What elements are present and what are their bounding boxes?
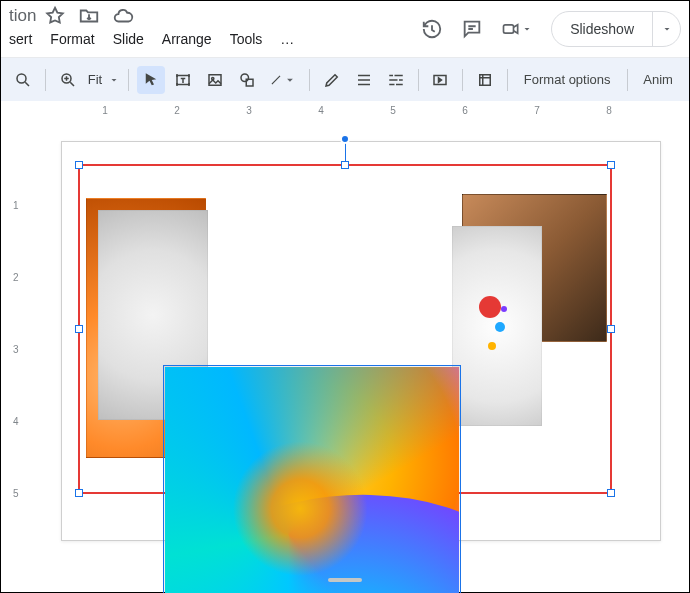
mask-image-tool[interactable] (471, 66, 499, 94)
svg-rect-18 (480, 74, 491, 85)
svg-rect-15 (389, 83, 394, 85)
title-area: tion sert Format Slide Arrange (9, 5, 294, 47)
align-tool[interactable] (350, 66, 378, 94)
svg-rect-12 (394, 74, 402, 76)
format-options-button[interactable]: Format options (516, 72, 619, 87)
slide-image-colorful-swirl[interactable] (164, 366, 460, 593)
ruler-h-tick: 8 (606, 105, 612, 116)
svg-point-1 (17, 74, 26, 83)
slideshow-button-group: Slideshow (551, 11, 681, 47)
animate-button[interactable]: Anim (635, 72, 681, 87)
svg-rect-14 (399, 79, 403, 81)
select-tool[interactable] (137, 66, 165, 94)
title-row: tion (9, 5, 294, 27)
svg-rect-16 (396, 83, 403, 85)
search-menus-button[interactable] (9, 66, 37, 94)
doc-title[interactable]: tion (9, 6, 36, 26)
toolbar: Fit (1, 57, 689, 101)
slideshow-button[interactable]: Slideshow (552, 12, 652, 46)
ruler-v-tick: 2 (13, 272, 19, 283)
version-history-icon[interactable] (421, 18, 443, 40)
resize-handle-bl[interactable] (75, 489, 83, 497)
ruler-v-tick: 4 (13, 416, 19, 427)
ruler-h-tick: 5 (390, 105, 396, 116)
menu-arrange[interactable]: Arrange (162, 31, 212, 47)
slideshow-dropdown[interactable] (652, 12, 680, 46)
svg-rect-11 (389, 74, 393, 76)
menu-slide[interactable]: Slide (113, 31, 144, 47)
pen-tool[interactable] (318, 66, 346, 94)
ruler-h-tick: 1 (102, 105, 108, 116)
svg-point-6 (241, 74, 249, 82)
menu-bar: sert Format Slide Arrange Tools … (9, 29, 294, 47)
svg-rect-0 (504, 25, 514, 33)
move-to-drive-icon[interactable] (78, 5, 100, 27)
zoom-icon (54, 66, 82, 94)
svg-rect-13 (389, 79, 397, 81)
menu-overflow[interactable]: … (280, 31, 294, 47)
ruler-v-tick: 5 (13, 488, 19, 499)
appbar-right: Slideshow (421, 5, 681, 47)
resize-handle-ml[interactable] (75, 325, 83, 333)
ruler-h-tick: 3 (246, 105, 252, 116)
image-tool[interactable] (201, 66, 229, 94)
google-slides-app: tion sert Format Slide Arrange (0, 0, 690, 593)
canvas-area: 1 2 3 4 5 6 7 8 1 2 3 4 5 (1, 101, 689, 592)
menu-format[interactable]: Format (50, 31, 94, 47)
zoom-control[interactable]: Fit (54, 66, 120, 94)
menu-insert[interactable]: sert (9, 31, 32, 47)
textbox-tool[interactable] (169, 66, 197, 94)
shape-tool[interactable] (233, 66, 261, 94)
resize-handle-mr[interactable] (607, 325, 615, 333)
ruler-vertical[interactable]: 1 2 3 4 5 (11, 133, 29, 572)
resize-handle-tr[interactable] (607, 161, 615, 169)
ruler-h-tick: 7 (534, 105, 540, 116)
line-tool[interactable] (265, 66, 301, 94)
app-bar: tion sert Format Slide Arrange (1, 1, 689, 57)
resize-handle-tl[interactable] (75, 161, 83, 169)
star-icon[interactable] (44, 5, 66, 27)
comments-icon[interactable] (461, 18, 483, 40)
ruler-h-tick: 2 (174, 105, 180, 116)
ruler-h-tick: 4 (318, 105, 324, 116)
resize-handle-br[interactable] (607, 489, 615, 497)
svg-rect-10 (358, 83, 370, 85)
speaker-notes-handle[interactable] (328, 578, 362, 582)
rotation-line (345, 140, 346, 162)
svg-rect-4 (209, 74, 221, 85)
svg-rect-8 (358, 74, 370, 76)
distribute-tool[interactable] (382, 66, 410, 94)
menu-tools[interactable]: Tools (230, 31, 263, 47)
svg-rect-9 (358, 79, 370, 81)
rotation-handle[interactable] (340, 134, 350, 144)
zoom-label: Fit (84, 72, 106, 87)
video-call-button[interactable] (501, 18, 533, 40)
slide-image-paint-splash[interactable] (452, 226, 542, 426)
resize-handle-mt[interactable] (341, 161, 349, 169)
ruler-v-tick: 3 (13, 344, 19, 355)
ruler-v-tick: 1 (13, 200, 19, 211)
ruler-horizontal[interactable]: 1 2 3 4 5 6 7 8 (33, 105, 679, 123)
slide[interactable] (61, 141, 661, 541)
ruler-h-tick: 6 (462, 105, 468, 116)
cloud-status-icon[interactable] (112, 5, 134, 27)
transition-tool[interactable] (426, 66, 454, 94)
